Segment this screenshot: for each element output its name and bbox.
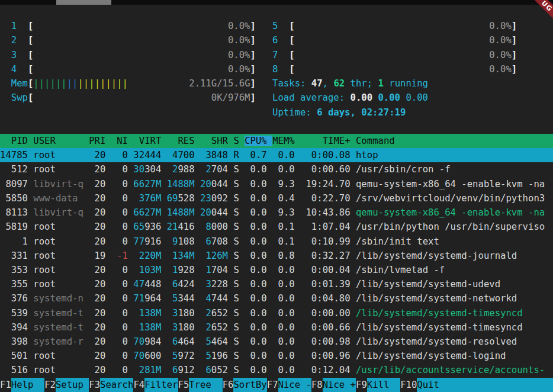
process-row-355[interactable]: 355 root 20 0 47448 6424 3228 S 0.0 0.0 …	[0, 277, 553, 291]
fnkey-f8[interactable]: F8Nice +	[311, 378, 356, 392]
fnkey-f6[interactable]: F6SortBy	[223, 378, 267, 392]
cell-res: 464	[178, 336, 200, 347]
table-header-row: PID USER PRI NI VIRT RES SHR S CPU% MEM%…	[0, 134, 553, 148]
spacer	[0, 21, 11, 31]
cell-shr: 652	[211, 322, 234, 333]
cell-res-pad	[167, 164, 172, 175]
cell-res-pad	[167, 279, 172, 290]
fnkey-f10[interactable]: F10Quit	[400, 378, 553, 392]
column-header-time[interactable]: TIME+	[300, 136, 356, 146]
cell-time: 0:12.04	[300, 365, 356, 375]
fnkey-f7[interactable]: F7Nice -	[267, 378, 311, 392]
cell-virt-pad	[133, 365, 139, 375]
process-row-353[interactable]: 353 root 20 0 103M 1928 1704 S 0.0 0.0 0…	[0, 263, 553, 277]
cell-ni: -1	[111, 250, 134, 261]
cell-virt: 65	[133, 221, 144, 232]
fnkey-f2[interactable]: F2Setup	[44, 378, 89, 392]
fnkey-action: Nice +	[323, 378, 356, 392]
process-row-8097[interactable]: 8097 libvirt-q 20 0 6627M 1488M 20044 S …	[0, 177, 553, 191]
process-row-512[interactable]: 512 root 20 0 30304 2988 2704 S 0.0 0.0 …	[0, 162, 553, 176]
cell-time: 0:00.98	[300, 336, 356, 347]
process-row-501[interactable]: 501 root 20 0 70600 5972 5196 S 0.0 0.0 …	[0, 349, 553, 363]
cell-res-pad	[167, 308, 172, 319]
cpu7-bar-free	[295, 50, 490, 60]
cell-shr: 000	[211, 221, 234, 232]
column-header-cmd[interactable]: Command	[356, 136, 395, 146]
column-header-pri[interactable]: PRI	[89, 136, 111, 146]
cell-res: 4700	[167, 150, 200, 160]
column-header-ni[interactable]: NI	[111, 136, 134, 146]
cell-shr: 744	[211, 293, 234, 304]
cell-res: 69	[167, 193, 178, 204]
fnkey-f1[interactable]: F1Help	[0, 378, 44, 392]
fnkey-f5[interactable]: F5Tree	[178, 378, 223, 392]
cell-virt: 70	[133, 336, 144, 347]
cell-shr: 6	[205, 365, 211, 375]
cell-virt: 30	[133, 164, 144, 175]
process-row-1[interactable]: 1 root 20 0 77916 9108 6708 S 0.0 0.1 0:…	[0, 234, 553, 249]
swp-load-row: Swp[ 0K/976M] Load average: 0.00 0.00 0.…	[0, 91, 553, 105]
fnkey-f9[interactable]: F9Kill	[356, 378, 400, 392]
cell-mem: 9.3	[272, 207, 300, 218]
fnkey-action: Setup	[56, 378, 89, 392]
cell-cpu: 0.0	[245, 265, 272, 275]
fnkey-f4[interactable]: F4Filter	[133, 378, 178, 392]
cell-virt-pad	[133, 308, 139, 319]
spacer	[0, 50, 11, 60]
process-row-331[interactable]: 331 root 19 -1 220M 134M 126M S 0.0 0.8 …	[0, 249, 553, 263]
column-header-virt[interactable]: VIRT	[133, 136, 166, 146]
process-row-14785[interactable]: 14785 root 20 0 32444 4700 3848 R 0.7 0.…	[0, 148, 553, 162]
process-row-516[interactable]: 516 root 20 0 281M 6912 6052 S 0.0 0.0 0…	[0, 363, 553, 377]
cell-virt: 138M	[139, 308, 167, 319]
cell-user: systemd-t	[33, 322, 89, 333]
cell-shr: 4	[205, 293, 211, 304]
meter-close-bracket: ]	[250, 21, 256, 31]
cell-pid: 539	[0, 308, 33, 319]
column-header-pid[interactable]: PID	[0, 136, 33, 146]
cell-virt: 916	[144, 236, 167, 247]
cell-ni: 0	[111, 351, 134, 361]
cell-pri: 20	[89, 221, 111, 232]
cell-virt-pad	[133, 322, 139, 333]
column-header-mem[interactable]: MEM%	[272, 136, 300, 146]
cell-res: 344	[178, 293, 200, 304]
cell-pri: 20	[89, 207, 111, 218]
cell-res-pad	[167, 250, 172, 261]
column-header-cpu[interactable]: CPU%	[245, 136, 272, 146]
cell-pid: 516	[0, 365, 33, 375]
fnkey-label: F2	[44, 378, 56, 392]
column-header-user[interactable]: USER	[33, 136, 89, 146]
process-row-398[interactable]: 398 systemd-r 20 0 70984 6464 5464 S 0.0…	[0, 335, 553, 349]
scrollbar-thumb[interactable]	[56, 0, 111, 5]
cell-pri: 20	[89, 164, 111, 175]
cell-virt: 964	[144, 293, 167, 304]
cell-res: 1488M	[167, 207, 200, 218]
process-row-376[interactable]: 376 systemd-n 20 0 71964 5344 4744 S 0.0…	[0, 291, 553, 306]
cell-cpu: 0.0	[245, 365, 272, 375]
cell-pid: 8097	[0, 179, 33, 189]
fnkey-f3[interactable]: F3Search	[89, 378, 133, 392]
fnkey-label: F10	[400, 378, 417, 392]
cell-user: systemd-t	[33, 308, 89, 319]
fnkey-action: Filter	[144, 378, 178, 392]
process-row-5819[interactable]: 5819 root 20 0 65936 21416 8000 S 0.0 0.…	[0, 220, 553, 234]
cell-pri: 19	[89, 250, 111, 261]
column-header-res[interactable]: RES	[167, 136, 200, 146]
fnkey-label: F5	[178, 378, 189, 392]
cell-virt: 6627M	[133, 207, 166, 218]
cell-pid: 355	[0, 279, 33, 290]
tasks-stat: 62	[333, 78, 345, 89]
column-header-s[interactable]: S	[233, 136, 245, 146]
process-row-8113[interactable]: 8113 libvirt-q 20 0 6627M 1488M 20044 S …	[0, 205, 553, 220]
process-row-539[interactable]: 539 systemd-t 20 0 138M 3180 2652 S 0.0 …	[0, 306, 553, 320]
cell-user: www-data	[33, 193, 89, 204]
column-header-shr[interactable]: SHR	[200, 136, 233, 146]
cpu2-meter-value: 0.0%	[228, 35, 250, 46]
cell-res: 972	[178, 351, 200, 361]
cell-ni: 0	[111, 207, 134, 218]
cell-pid: 8113	[0, 207, 33, 218]
cell-time: 19:24.70	[300, 179, 356, 189]
process-row-394[interactable]: 394 systemd-t 20 0 138M 3180 2652 S 0.0 …	[0, 320, 553, 335]
process-row-5850[interactable]: 5850 www-data 20 0 376M 69528 23092 S 0.…	[0, 191, 553, 205]
cell-user: systemd-r	[33, 336, 89, 347]
